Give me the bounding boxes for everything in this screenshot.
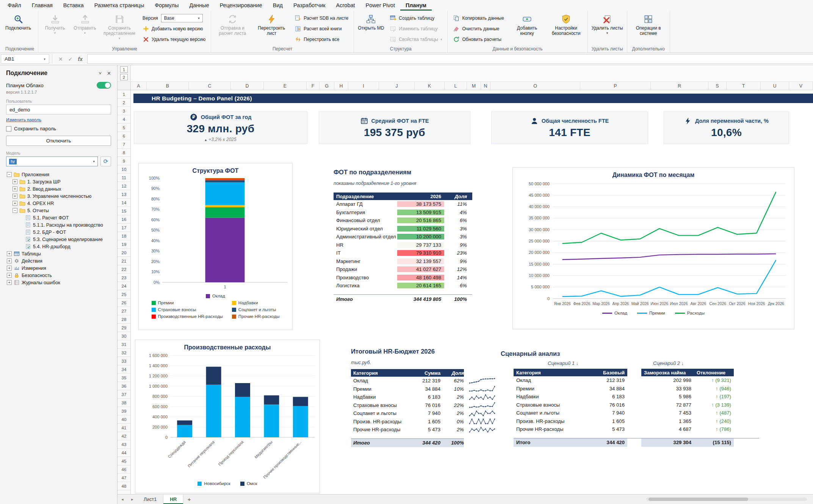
ribbon-button[interactable]: Удалить текущую версию [141, 35, 207, 44]
column-header[interactable]: M [467, 82, 481, 90]
tree-node[interactable]: +2. Ввод данных [6, 185, 111, 193]
tree-expander-icon[interactable]: + [13, 201, 17, 206]
row-header[interactable]: 1 [117, 90, 130, 99]
ribbon-button[interactable]: Расчет SDB на листе [293, 14, 350, 23]
row-header[interactable]: 6 [117, 132, 130, 140]
row-header[interactable]: 23 [117, 274, 130, 282]
tree-node[interactable]: +Таблицы [6, 250, 111, 257]
column-header[interactable]: R [651, 82, 708, 90]
row-header[interactable]: 26 [117, 299, 130, 307]
row-header[interactable]: 12 [117, 182, 130, 190]
menu-tab[interactable]: Данные [184, 0, 214, 11]
row-header[interactable]: 20 [117, 249, 130, 257]
confirm-icon[interactable]: ✓ [68, 56, 73, 62]
column-header[interactable]: G [320, 82, 334, 90]
row-header[interactable]: 42 [117, 432, 130, 440]
row-header[interactable]: 13 [117, 190, 130, 199]
tree-node[interactable]: 5.1.1. Расходы на производство [6, 221, 111, 229]
column-header[interactable]: V [789, 82, 813, 90]
tree-expander-icon[interactable]: + [7, 258, 12, 263]
sheet-nav-left-icon[interactable]: ◄ [117, 495, 127, 504]
ribbon-button[interactable]: Перестроить лист [252, 12, 290, 46]
menu-tab[interactable]: Разработчик [288, 0, 331, 11]
cancel-icon[interactable]: ✕ [58, 56, 63, 62]
menu-tab[interactable]: Главная [27, 0, 58, 11]
tree-expander-icon[interactable]: + [7, 273, 12, 278]
chevron-down-icon[interactable]: ▾ [44, 57, 45, 61]
row-header[interactable]: 16 [117, 215, 130, 224]
scrollbar-track[interactable] [646, 498, 807, 501]
close-icon[interactable]: ✕ [107, 70, 111, 76]
refresh-model-button[interactable]: ⟳ [100, 157, 111, 166]
sheet-tab[interactable]: Лист1 [137, 495, 163, 504]
tree-node[interactable]: −5. Отчеты [6, 207, 111, 214]
tree-node[interactable]: +Действия [6, 257, 111, 265]
menu-tab[interactable]: Рецензирование [215, 0, 268, 11]
ribbon-button[interactable]: Копировать данные [451, 14, 506, 23]
tree-node[interactable]: +Безопасность [6, 272, 111, 279]
tree-node[interactable]: +Измерения [6, 265, 111, 272]
row-header[interactable]: 35 [117, 374, 130, 382]
menu-tab[interactable]: Файл [2, 0, 27, 11]
row-header[interactable]: 33 [117, 357, 130, 365]
row-header[interactable]: 47 [117, 474, 130, 482]
row-header[interactable]: 34 [117, 365, 130, 374]
column-header[interactable]: C [189, 82, 231, 90]
column-header[interactable]: K [415, 82, 445, 90]
row-header[interactable]: 28 [117, 315, 130, 324]
row-header[interactable]: 27 [117, 307, 130, 315]
sheet-tab[interactable]: HR [163, 495, 183, 504]
column-header[interactable]: H [334, 82, 348, 90]
row-header[interactable]: 7 [117, 140, 130, 149]
tree-expander-icon[interactable]: − [7, 172, 12, 177]
ribbon-button[interactable]: Подключить [4, 12, 33, 46]
menu-tab[interactable]: Планум [400, 0, 432, 11]
outline-level-button[interactable]: 1 [120, 66, 128, 73]
row-header[interactable]: 29 [117, 324, 130, 332]
tree-expander-icon[interactable]: + [13, 186, 17, 191]
menu-tab[interactable]: Разметка страницы [89, 0, 150, 11]
row-header[interactable]: 9 [117, 157, 130, 165]
add-sheet-button[interactable]: + [183, 495, 195, 504]
tree-expander-icon[interactable]: + [7, 266, 12, 271]
row-header[interactable]: 15 [117, 207, 130, 215]
ribbon-button[interactable]: Добавить кнопку [508, 12, 546, 46]
row-header[interactable]: 21 [117, 257, 130, 265]
tree-node[interactable]: −Приложения [6, 171, 111, 178]
column-header[interactable]: F [307, 82, 320, 90]
disconnect-button[interactable]: Отключить [6, 136, 111, 146]
row-header[interactable]: 18 [117, 232, 130, 240]
scrollbar-thumb[interactable] [649, 498, 748, 501]
ribbon-button[interactable]: Операции в системе [630, 12, 667, 46]
row-header[interactable]: 11 [117, 174, 130, 182]
row-header[interactable]: 31 [117, 340, 130, 349]
row-header[interactable]: 45 [117, 457, 130, 465]
column-header[interactable]: N [481, 82, 490, 90]
column-header[interactable]: P [580, 82, 651, 90]
tree-node[interactable]: +4. OPEX HR [6, 200, 111, 207]
column-header[interactable]: O [490, 82, 580, 90]
column-header[interactable]: J [379, 82, 415, 90]
column-header[interactable]: T [727, 82, 761, 90]
save-password-checkbox[interactable] [6, 126, 11, 131]
insert-function-icon[interactable]: fx [78, 56, 82, 62]
sheet-canvas[interactable]: HR Budgeting – Demo Panel (2026) Структу… [131, 90, 813, 494]
name-box[interactable]: AB1 ▾ [1, 54, 49, 64]
ribbon-button[interactable]: Создать таблицу [388, 14, 444, 23]
outline-level-button[interactable]: 2 [120, 74, 128, 80]
ribbon-button[interactable]: Удалить листы▾ [590, 12, 625, 46]
tree-expander-icon[interactable]: + [13, 194, 17, 199]
row-header[interactable]: 3 [117, 107, 130, 115]
tree-node[interactable]: 5.4. HR-дэшборд [6, 243, 111, 250]
ribbon-button[interactable]: Очистить данные [451, 24, 506, 33]
ribbon-button[interactable]: Обновить расчеты [451, 35, 506, 44]
row-header[interactable]: 32 [117, 349, 130, 357]
row-header[interactable]: 22 [117, 265, 130, 274]
tree-node[interactable]: +Журналы ошибок [6, 279, 111, 286]
row-header[interactable]: 2 [117, 99, 130, 107]
username-field[interactable]: ed_demo [6, 105, 111, 114]
row-header[interactable]: 5 [117, 124, 130, 132]
tree-node[interactable]: +1. Загрузка ШР [6, 178, 111, 185]
ribbon-button[interactable]: Открыть MD [356, 12, 385, 46]
column-header[interactable]: L [445, 82, 467, 90]
